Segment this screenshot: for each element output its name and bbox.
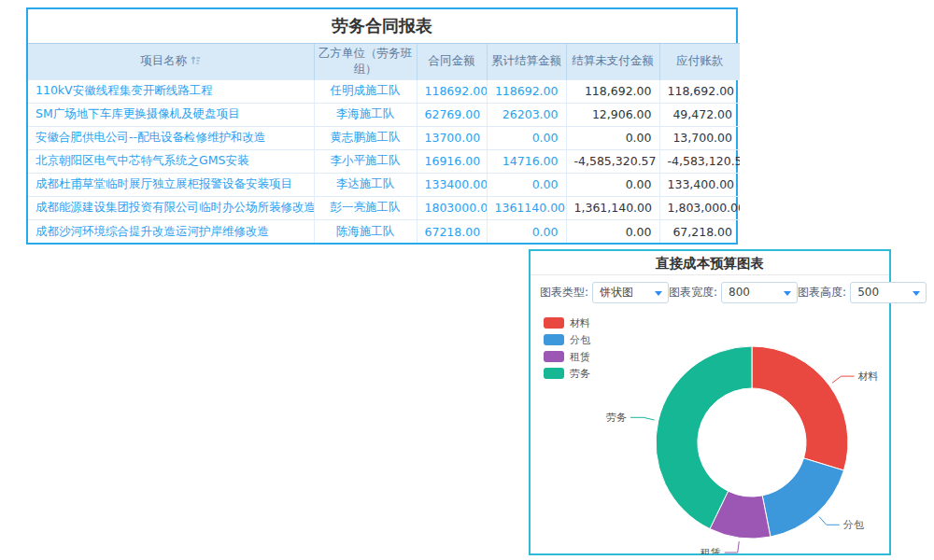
payable-cell: -4,583,120.57	[659, 149, 740, 173]
table-row[interactable]: 110kV安徽线程集变开断线路工程任明成施工队118692.00118692.0…	[28, 79, 740, 103]
settled-amount-cell: 0.00	[487, 219, 566, 243]
payable-cell: 133,400.00	[659, 173, 740, 196]
team-cell: 黄志鹏施工队	[314, 126, 417, 149]
settled-amount-cell: 26203.00	[487, 103, 566, 126]
direct-cost-budget-chart-panel: 直接成本预算图表 图表类型: 饼状图 图表宽度: 800 图表高度: 500 材…	[529, 249, 891, 555]
payable-cell: 13,700.00	[659, 126, 740, 149]
payable-cell: 1,803,000.00	[659, 196, 740, 219]
labor-contract-report-panel: 劳务合同报表 项目名称 乙方单位（劳务班组） 合同金额 累计结算金额 结算未支付…	[26, 7, 738, 245]
report-title: 劳务合同报表	[28, 9, 736, 43]
contract-amount-cell: 62769.00	[417, 103, 487, 126]
unpaid-amount-cell: 0.00	[566, 126, 659, 149]
unpaid-amount-cell: -4,585,320.57	[566, 149, 659, 173]
team-cell: 陈海施工队	[314, 219, 417, 243]
report-table: 项目名称 乙方单位（劳务班组） 合同金额 累计结算金额 结算未支付金额 应付账款…	[28, 43, 740, 243]
project-name-cell: 110kV安徽线程集变开断线路工程	[28, 79, 314, 103]
table-row[interactable]: 安徽合肥供电公司--配电设备检修维护和改造黄志鹏施工队13700.000.000…	[28, 126, 740, 149]
column-header-settled-amount: 累计结算金额	[487, 44, 566, 80]
project-name-cell: SM广场地下车库更换摄像机及硬盘项目	[28, 103, 314, 126]
unpaid-amount-cell: 12,906.00	[566, 103, 659, 126]
settled-amount-cell: 0.00	[487, 173, 566, 196]
pie-label-leader-line	[630, 417, 655, 420]
team-cell: 任明成施工队	[314, 79, 417, 103]
settled-amount-cell: 1361140.00	[487, 196, 566, 219]
report-header-row: 项目名称 乙方单位（劳务班组） 合同金额 累计结算金额 结算未支付金额 应付账款	[28, 44, 740, 80]
pie-label-leader-line	[832, 376, 855, 383]
project-name-cell: 成都能源建设集团投资有限公司临时办公场所装修改造工程EPC	[28, 196, 314, 219]
pie-slice-label: 劳务	[606, 412, 627, 424]
pie-label-leader-line	[725, 541, 740, 553]
pie-slice-0[interactable]	[752, 346, 848, 470]
chevron-down-icon	[913, 291, 920, 296]
unpaid-amount-cell: 118,692.00	[566, 79, 659, 103]
contract-amount-cell: 67218.00	[417, 219, 487, 243]
unpaid-amount-cell: 0.00	[566, 219, 659, 243]
payable-cell: 67,218.00	[659, 219, 740, 243]
column-header-project[interactable]: 项目名称	[28, 44, 314, 80]
contract-amount-cell: 13700.00	[417, 126, 487, 149]
table-row[interactable]: 成都能源建设集团投资有限公司临时办公场所装修改造工程EPC彭一亮施工队18030…	[28, 196, 740, 219]
contract-amount-cell: 133400.00	[417, 173, 487, 196]
table-row[interactable]: SM广场地下车库更换摄像机及硬盘项目李海施工队62769.0026203.001…	[28, 103, 740, 126]
column-header-payable: 应付账款	[659, 44, 740, 80]
column-header-contract-amount: 合同金额	[417, 44, 487, 80]
settled-amount-cell: 118692.00	[487, 79, 566, 103]
contract-amount-cell: 118692.00	[417, 79, 487, 103]
project-name-cell: 成都沙河环境综合提升改造运河护岸维修改造	[28, 219, 314, 243]
pie-slice-label: 租赁	[700, 547, 721, 555]
payable-cell: 118,692.00	[659, 79, 740, 103]
donut-chart: 材料分包租赁劳务	[531, 274, 889, 554]
team-cell: 彭一亮施工队	[314, 196, 417, 219]
team-cell: 李小平施工队	[314, 149, 417, 173]
pie-slice-label: 分包	[843, 519, 865, 531]
column-header-unpaid-amount: 结算未支付金额	[566, 44, 659, 80]
unpaid-amount-cell: 1,361,140.00	[566, 196, 659, 219]
project-name-cell: 北京朝阳区电气中芯特气系统之GMS安装	[28, 149, 314, 173]
settled-amount-cell: 0.00	[487, 126, 566, 149]
unpaid-amount-cell: 0.00	[566, 173, 659, 196]
pie-label-leader-line	[819, 516, 840, 525]
sort-icon[interactable]	[191, 54, 201, 70]
project-name-cell: 安徽合肥供电公司--配电设备检修维护和改造	[28, 126, 314, 149]
contract-amount-cell: 1803000.00	[417, 196, 487, 219]
table-row[interactable]: 成都沙河环境综合提升改造运河护岸维修改造陈海施工队67218.000.000.0…	[28, 219, 740, 243]
settled-amount-cell: 14716.00	[487, 149, 566, 173]
payable-cell: 49,472.00	[659, 103, 740, 126]
project-name-cell: 成都杜甫草堂临时展厅独立展柜报警设备安装项目	[28, 173, 314, 196]
chart-title: 直接成本预算图表	[531, 251, 889, 275]
table-row[interactable]: 成都杜甫草堂临时展厅独立展柜报警设备安装项目李达施工队133400.000.00…	[28, 173, 740, 196]
column-header-label: 项目名称	[140, 53, 187, 67]
table-row[interactable]: 北京朝阳区电气中芯特气系统之GMS安装李小平施工队16916.0014716.0…	[28, 149, 740, 173]
team-cell: 李海施工队	[314, 103, 417, 126]
team-cell: 李达施工队	[314, 173, 417, 196]
pie-slice-label: 材料	[858, 371, 879, 383]
column-header-team: 乙方单位（劳务班组）	[314, 44, 417, 80]
contract-amount-cell: 16916.00	[417, 149, 487, 173]
